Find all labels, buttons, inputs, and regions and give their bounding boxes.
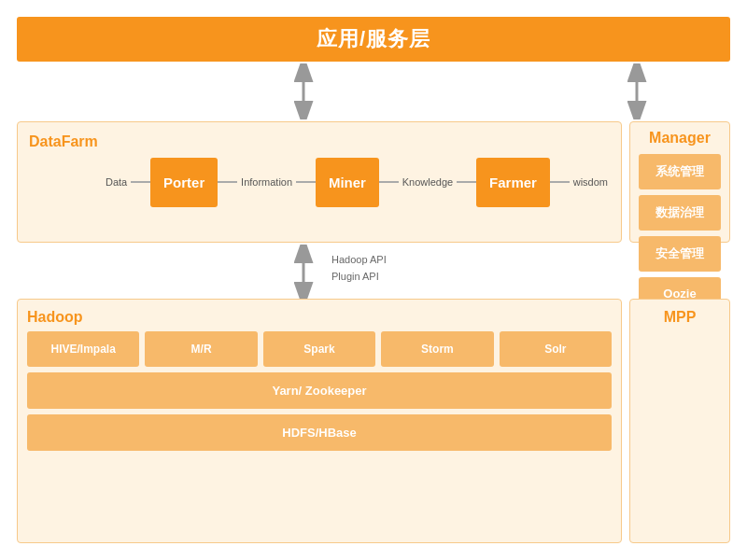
datafarm-title: DataFarm — [29, 133, 98, 150]
manager-title: Manager — [649, 130, 711, 147]
manager-item-1: 数据治理 — [639, 195, 721, 231]
mpp-panel: MPP — [629, 299, 730, 543]
hadoop-panel: Hadoop HIVE/Impala M/R Spark Storm Solr … — [17, 299, 622, 543]
arrow-top-down — [285, 63, 322, 119]
hadoop-hdfs: HDFS/HBase — [27, 414, 612, 451]
hadoop-spark: Spark — [263, 331, 375, 367]
mpp-title: MPP — [664, 309, 697, 326]
hadoop-row1: HIVE/Impala M/R Spark Storm Solr — [27, 331, 612, 367]
connector-knowledge: Knowledge — [399, 176, 457, 188]
flow-line-5 — [457, 181, 476, 183]
api-labels: Hadoop API Plugin API — [331, 252, 387, 285]
manager-panel: Manager 系统管理 数据治理 安全管理 Oozie — [629, 121, 730, 243]
hadoop-yarn: Yarn/ Zookeeper — [27, 372, 612, 409]
flow-line-6 — [550, 181, 570, 183]
flow-line-1 — [131, 181, 150, 183]
flow-line-4 — [379, 181, 399, 183]
arrow-right-updown — [618, 63, 655, 119]
connector-information: Information — [237, 176, 296, 188]
middle-section: DataFarm Data Porter Information Miner K… — [17, 121, 730, 243]
hadoop-title: Hadoop — [27, 309, 612, 326]
hadoop-api-label: Hadoop API — [331, 252, 387, 269]
porter-box: Porter — [150, 158, 218, 207]
connector-wisdom: wisdom — [570, 176, 612, 188]
manager-item-2: 安全管理 — [639, 236, 721, 272]
hadoop-mr: M/R — [145, 331, 257, 367]
farmer-box: Farmer — [476, 158, 550, 207]
arrow-mid — [285, 245, 322, 301]
datafarm-panel: DataFarm Data Porter Information Miner K… — [17, 121, 622, 243]
hadoop-storm: Storm — [381, 331, 493, 367]
datafarm-flow: Data Porter Information Miner Knowledge … — [27, 158, 621, 207]
hadoop-solr: Solr — [500, 331, 612, 367]
miner-box: Miner — [316, 158, 379, 207]
flow-line-2 — [218, 181, 237, 183]
hadoop-hive: HIVE/Impala — [27, 331, 139, 367]
flow-line-3 — [296, 181, 316, 183]
connector-data: Data — [102, 176, 131, 188]
top-bar-label: 应用/服务层 — [317, 25, 430, 53]
plugin-api-label: Plugin API — [331, 269, 387, 286]
manager-item-0: 系统管理 — [639, 154, 721, 189]
top-bar: 应用/服务层 — [17, 17, 730, 62]
bottom-section: Hadoop HIVE/Impala M/R Spark Storm Solr … — [17, 299, 730, 543]
